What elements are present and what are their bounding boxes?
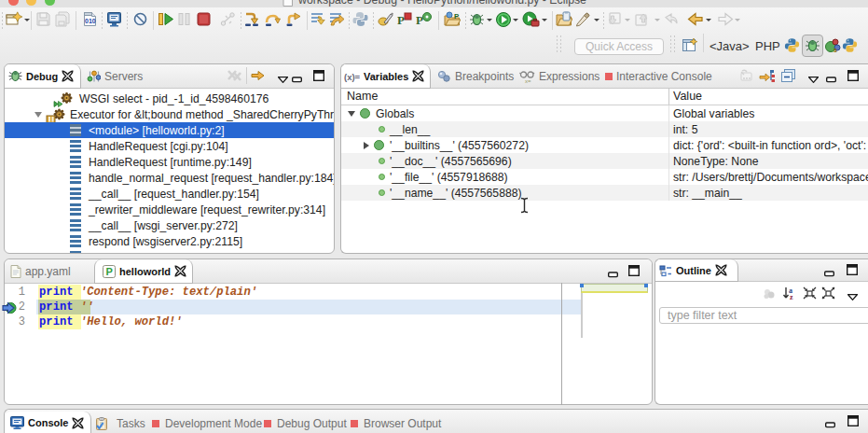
svg-text:z: z	[790, 293, 793, 300]
svg-text:P: P	[397, 13, 405, 27]
svg-text:x=: x=	[525, 77, 531, 83]
svg-text:s: s	[834, 47, 837, 53]
svg-text:P: P	[106, 266, 113, 277]
svg-text:P: P	[416, 13, 423, 27]
svg-text:010: 010	[85, 18, 96, 24]
svg-text:(x)=: (x)=	[344, 72, 360, 82]
svg-text:P: P	[454, 12, 460, 21]
